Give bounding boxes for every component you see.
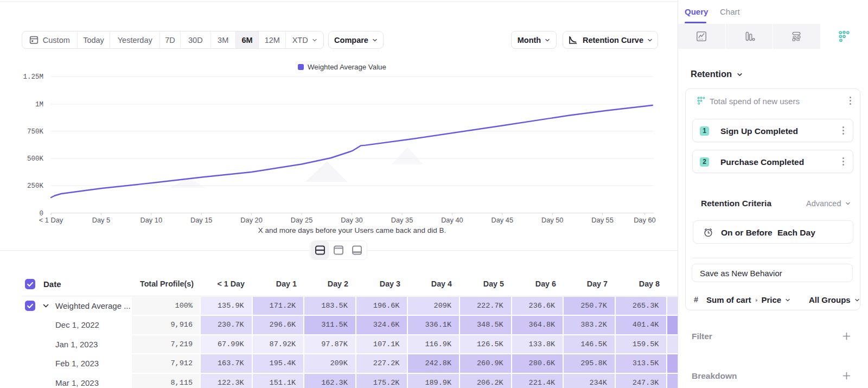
- svg-text:250K: 250K: [27, 182, 44, 190]
- svg-text:Day 15: Day 15: [190, 216, 213, 224]
- svg-text:Day 45: Day 45: [492, 216, 514, 224]
- svg-text:Day 5: Day 5: [92, 216, 110, 224]
- svg-text:750K: 750K: [27, 128, 44, 136]
- svg-text:Day 35: Day 35: [391, 216, 413, 224]
- svg-text:Day 10: Day 10: [141, 216, 163, 224]
- svg-text:X and more days before your Us: X and more days before your Users came b…: [258, 226, 446, 234]
- svg-text:Day 55: Day 55: [591, 216, 614, 224]
- svg-text:Day 50: Day 50: [541, 216, 564, 224]
- svg-text:1.25M: 1.25M: [23, 73, 43, 81]
- svg-text:Day 25: Day 25: [291, 216, 313, 224]
- svg-text:Day 60: Day 60: [634, 216, 656, 224]
- svg-text:Day 20: Day 20: [240, 216, 263, 224]
- svg-text:Day 40: Day 40: [441, 216, 463, 224]
- svg-text:Day 30: Day 30: [341, 216, 363, 224]
- svg-text:< 1 Day: < 1 Day: [39, 216, 63, 224]
- svg-text:500K: 500K: [27, 155, 44, 163]
- svg-text:1M: 1M: [35, 101, 43, 109]
